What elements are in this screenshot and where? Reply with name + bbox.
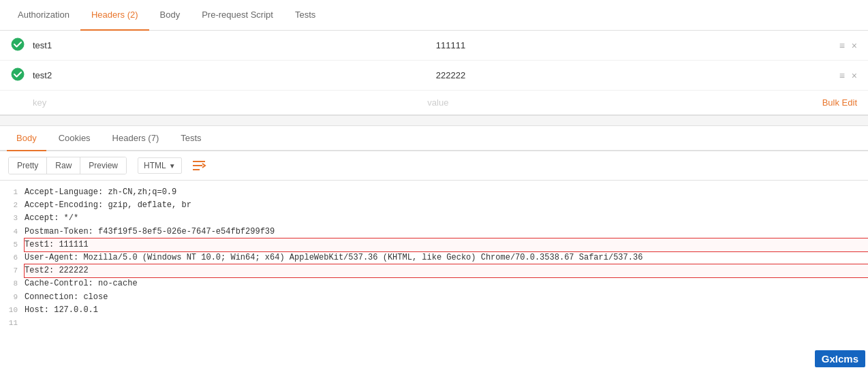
line-content: Cache-Control: no-cache bbox=[25, 277, 868, 290]
code-line-1: 1Accept-Language: zh-CN,zh;q=0.9 bbox=[0, 186, 868, 199]
line-content: Test2: 222222 bbox=[25, 264, 868, 277]
header-row-0: test1111111≡× bbox=[0, 31, 868, 61]
code-line-3: 3Accept: */* bbox=[0, 212, 868, 225]
bottom-tab-headers--7-[interactable]: Headers (7) bbox=[103, 126, 169, 151]
header-key-1: test2 bbox=[33, 70, 428, 80]
bottom-tab-cookies[interactable]: Cookies bbox=[49, 126, 100, 151]
menu-icon[interactable]: ≡ bbox=[839, 70, 845, 81]
line-content: Test1: 111111 bbox=[25, 238, 868, 251]
line-number: 5 bbox=[0, 238, 25, 251]
line-number: 7 bbox=[0, 264, 25, 277]
check-icon[interactable] bbox=[11, 67, 25, 83]
header-actions-1: ≡× bbox=[839, 70, 857, 81]
line-number: 1 bbox=[0, 186, 25, 199]
code-line-5: 5Test1: 111111 bbox=[0, 238, 868, 251]
view-btn-raw[interactable]: Raw bbox=[46, 157, 80, 174]
new-header-key[interactable]: key bbox=[33, 97, 419, 108]
top-tab-pre-request-script[interactable]: Pre-request Script bbox=[191, 0, 284, 31]
code-line-10: 10Host: 127.0.0.1 bbox=[0, 304, 868, 317]
view-btn-pretty[interactable]: Pretty bbox=[9, 157, 46, 174]
code-line-7: 7Test2: 222222 bbox=[0, 264, 868, 277]
code-line-8: 8Cache-Control: no-cache bbox=[0, 277, 868, 290]
close-icon[interactable]: × bbox=[852, 70, 857, 81]
code-line-4: 4Postman-Token: f43f19f5-8ef5-026e-7647-… bbox=[0, 226, 868, 238]
header-actions-0: ≡× bbox=[839, 40, 857, 51]
top-tab-authorization[interactable]: Authorization bbox=[7, 0, 80, 31]
line-number: 2 bbox=[0, 199, 25, 212]
line-number: 8 bbox=[0, 277, 25, 290]
svg-point-0 bbox=[12, 38, 24, 50]
headers-section: test1111111≡× test2222222≡×keyvalueBulk … bbox=[0, 31, 868, 115]
top-tab-headers-(2)[interactable]: Headers (2) bbox=[80, 0, 149, 31]
top-tab-body[interactable]: Body bbox=[149, 0, 191, 31]
line-number: 4 bbox=[0, 226, 25, 238]
header-value-1: 222222 bbox=[436, 70, 831, 80]
chevron-down-icon: ▼ bbox=[169, 162, 176, 170]
close-icon[interactable]: × bbox=[852, 40, 857, 51]
bottom-tab-bar: BodyCookiesHeaders (7)Tests bbox=[0, 126, 868, 151]
new-header-row: keyvalueBulk Edit bbox=[0, 91, 868, 114]
line-number: 3 bbox=[0, 212, 25, 225]
svg-point-1 bbox=[12, 68, 24, 80]
header-key-0: test1 bbox=[33, 40, 428, 50]
line-content: Host: 127.0.0.1 bbox=[25, 304, 868, 317]
view-btn-preview[interactable]: Preview bbox=[80, 157, 126, 174]
format-select[interactable]: HTML▼ bbox=[138, 157, 182, 174]
line-number: 9 bbox=[0, 291, 25, 304]
view-button-group: PrettyRawPreview bbox=[8, 157, 127, 174]
line-content bbox=[25, 317, 868, 330]
code-line-2: 2Accept-Encoding: gzip, deflate, br bbox=[0, 199, 868, 212]
top-tab-bar: AuthorizationHeaders (2)BodyPre-request … bbox=[0, 0, 868, 31]
section-separator bbox=[0, 115, 868, 126]
line-content: Accept: */* bbox=[25, 212, 868, 225]
header-row-1: test2222222≡× bbox=[0, 61, 868, 91]
line-content: Accept-Language: zh-CN,zh;q=0.9 bbox=[25, 186, 868, 199]
bulk-edit-button[interactable]: Bulk Edit bbox=[822, 97, 857, 108]
format-label: HTML bbox=[144, 161, 166, 170]
code-line-9: 9Connection: close bbox=[0, 291, 868, 304]
bottom-tab-body[interactable]: Body bbox=[7, 126, 46, 151]
line-number: 6 bbox=[0, 251, 25, 264]
header-value-0: 111111 bbox=[436, 40, 831, 50]
code-line-11: 11 bbox=[0, 317, 868, 330]
bottom-tab-tests[interactable]: Tests bbox=[171, 126, 211, 151]
line-content: Connection: close bbox=[25, 291, 868, 304]
line-number: 11 bbox=[0, 317, 25, 330]
code-toolbar: PrettyRawPreviewHTML▼ bbox=[0, 151, 868, 181]
line-content: User-Agent: Mozilla/5.0 (Windows NT 10.0… bbox=[25, 251, 868, 264]
menu-icon[interactable]: ≡ bbox=[839, 40, 845, 51]
wrap-icon[interactable] bbox=[190, 157, 208, 174]
check-icon[interactable] bbox=[11, 37, 25, 53]
code-area: 1Accept-Language: zh-CN,zh;q=0.92Accept-… bbox=[0, 181, 868, 335]
line-content: Postman-Token: f43f19f5-8ef5-026e-7647-e… bbox=[25, 226, 868, 238]
line-content: Accept-Encoding: gzip, deflate, br bbox=[25, 199, 868, 212]
code-line-6: 6User-Agent: Mozilla/5.0 (Windows NT 10.… bbox=[0, 251, 868, 264]
line-number: 10 bbox=[0, 304, 25, 317]
new-header-value[interactable]: value bbox=[427, 97, 813, 108]
top-tab-tests[interactable]: Tests bbox=[284, 0, 326, 31]
